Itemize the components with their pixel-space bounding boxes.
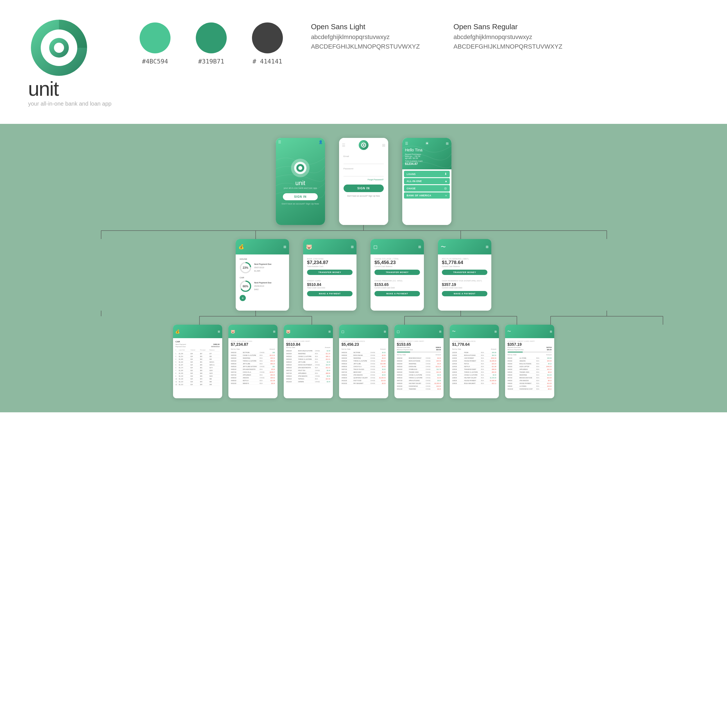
logo-svg: [28, 17, 90, 79]
recent-purchases-label: Recent Purchases: [405, 153, 448, 155]
chase-credit-sort[interactable]: Sort by: Date: [397, 354, 406, 356]
chase-notif-icon: ⊞: [418, 245, 421, 249]
txn-row: 04/04/18 THRIVE CL AUTOPM BOA -$56.34: [231, 359, 275, 362]
loan-table-row: 12$1,110$14$40$46: [176, 383, 220, 386]
chase-credit-min: $20.00: [436, 349, 441, 350]
txn-row: 04/07/18 APPLEBEES BOA -$50.00: [231, 373, 275, 376]
txn-row: 04/04/18 THRIVE CL AUTOPM BOA -$12.01: [286, 358, 331, 361]
allinone-menu-item[interactable]: ALL-IN-ONE ♠: [404, 178, 450, 184]
txn-row: 04/05/18 JIFFYLUBE CHASE -$23,488: [341, 362, 386, 365]
add-loan-btn[interactable]: +: [240, 295, 246, 301]
txn-row: 04/6/18 INNISFREE BOA $10.25: [508, 373, 552, 376]
boa-header-icon: 〜: [441, 243, 446, 250]
txn-row: 04/09/18 NETFLIX BOA -$11.98: [231, 379, 275, 382]
swatch-label-3: # 414141: [253, 58, 282, 65]
txn-row: 04/03/18 INNISFREE BOA -$11.24: [286, 352, 331, 355]
connectors-row1-row2: [17, 225, 710, 239]
txn-row: 12/4/18 HOUSE PAYMENT BOA -$1,685.00: [452, 359, 496, 362]
txn-row: 12/5/18 TRANSFER DEBIT BOA -$98.00: [452, 368, 496, 371]
password-label: Password: [344, 167, 384, 170]
row1-screens: ☰ 👤 unit your all-in-one bank and loan a…: [17, 138, 710, 225]
txn-row: 04/10/18 FAST FOOD CHASE -$14.00: [341, 379, 386, 382]
chase-transfer-btn[interactable]: TRANSFER MONEY: [375, 270, 420, 275]
forgot-password-link[interactable]: Forgot Password?: [344, 179, 384, 180]
svg-point-7: [298, 166, 302, 170]
loan-table-row: 3$1,205$24$52$25: [176, 358, 220, 361]
txn-row: 04/3/18 ACER LAPTOP BOA -$446.25: [508, 365, 552, 368]
login-signup-text: Don't have an account? Sign Up Now: [344, 195, 384, 197]
credit-sort[interactable]: Sort by: Date: [286, 347, 295, 348]
dash-notif-icon: ⊞: [446, 142, 448, 145]
chase-payment-btn[interactable]: MAKE A PAYMENT: [375, 291, 420, 296]
boa-transfer-btn[interactable]: TRANSFER MONEY: [442, 270, 487, 275]
password-input[interactable]: [344, 171, 384, 176]
login-signin-btn[interactable]: SIGN IN: [344, 185, 384, 192]
loans-notif-icon: ⊞: [283, 245, 286, 249]
email-input[interactable]: [344, 158, 384, 164]
txn-row: 04/05/18 JIFFYLUBE BOA $4.00: [286, 361, 331, 364]
bank-amount1: $7,234.87: [307, 260, 352, 265]
loan-table-row: 2$1,214$24$52$52: [176, 355, 220, 358]
email-label: Email: [344, 155, 384, 158]
txn-row: 04/06/18 CHICK FIL A CHASE -$4.00: [341, 365, 386, 368]
txn-row: 04/05/18 CHASE CL AUTOPM CHASE $0.00: [397, 373, 441, 376]
bank-transfer-btn[interactable]: TRANSFER MONEY: [307, 270, 352, 275]
type-upper-light: ABCDEFGHIJKLMNOPQRSTUVWXYZ: [311, 43, 420, 50]
boa-payment-btn[interactable]: MAKE A PAYMENT: [442, 291, 487, 296]
loans-screen: 💰 ⊞ HOUSE 23%: [236, 239, 289, 310]
boa-cash-amount-lbl: Amount: [491, 348, 496, 350]
bot-boa-credit-icon: 〜: [507, 329, 511, 334]
loans-menu-item[interactable]: LOANS ⬇: [404, 171, 450, 177]
txn-row: 04/09/18 ATM AMAZON CHASE $9.50: [286, 375, 331, 378]
unit-wordmark: unit: [28, 79, 58, 99]
splash-tagline: your all-in-one bank and loan app: [284, 187, 317, 189]
chase-section1-label: CHASE COLLEGE ( 7259): [375, 258, 420, 260]
boa-section1-label: ADV PLUS BANKING ( 8867): [442, 258, 487, 260]
txn-row: 12/9/18 BOILA WALMART BOA -$12.11: [452, 382, 496, 385]
txn-row: 04/9/18 LA FONDA BOA -$19.00: [508, 385, 552, 388]
bot-checking-icon: 🐷: [231, 329, 235, 334]
swatch-label-1: #4BC594: [142, 58, 168, 65]
dash-menu-icon: ☰: [405, 142, 408, 145]
txn-row: 04/03/18 INNISFREE BOA -$34.31: [231, 357, 275, 359]
bank-payment-btn[interactable]: MAKE A PAYMENT: [307, 291, 352, 296]
loan-table-row: 8$1,155$20$48$125: [176, 372, 220, 375]
swatch-label-2: #319B71: [198, 58, 225, 65]
type-lower-regular: abcdefghijklmnopqrstuvwxyz: [453, 34, 562, 41]
type-lower-light: abcdefghijklmnopqrstuvwxyz: [311, 34, 420, 41]
boa-menu-item[interactable]: BANK OF AMERICA ≈: [404, 193, 450, 199]
type-regular: Open Sans Regular abcdefghijklmnopqrstuv…: [453, 23, 562, 50]
boa-cash-sort[interactable]: Sort by: Date: [452, 348, 461, 350]
chase-cash-balance: $5,456.23: [341, 342, 386, 347]
txn-row: 04/10/18 DARWIN CHASE $3.44: [286, 380, 331, 383]
chase-icon: ◎: [444, 187, 447, 190]
splash-signin-btn[interactable]: SIGN IN: [283, 193, 318, 200]
boa-icon: ≈: [445, 194, 447, 197]
bank-amount2: $510.84: [307, 282, 352, 287]
loan-table-row: 9$1,143$19$46$100: [176, 375, 220, 378]
txn-row: 04/09/18 ATM AMAZON CHASE $0.00: [341, 373, 386, 376]
checking-sort[interactable]: Sort by: Date: [231, 348, 240, 350]
loan-table-row: 4$1,194$25$51$25241: [176, 361, 220, 364]
dash-sun-icon: ☀: [425, 141, 429, 146]
bot-chase-cash-icon: ◻: [341, 329, 344, 334]
txn-row: 04/02/18 WCTPO80 CHASE $49: [231, 351, 275, 354]
chase-amount2-label: Current Credit Card Debt: [375, 287, 420, 289]
chase-cash-sort[interactable]: Sort by: Date: [341, 348, 350, 350]
bot-credit-notif: ⊞: [328, 330, 331, 333]
loan-table-row: 6$1,174$24$51$174: [176, 366, 220, 369]
type-upper-regular: ABCDEFGHIJKLMNOPQRSTUVWXYZ: [453, 43, 562, 50]
txn-row: 04/05/18 JIFFYLUBE AUTOPAY CHASE $91: [231, 365, 275, 368]
boa-amount1: $1,778.64: [442, 260, 487, 265]
chase-menu-item[interactable]: CHASE ◎: [404, 185, 450, 191]
txn-row: 04/07/18 TRACK PLACES CHASE $0.00: [341, 368, 386, 371]
txn-row: 04/11/18 TAMARIND CHASE -$3.25: [397, 388, 441, 390]
type-light: Open Sans Light abcdefghijklmnopqrstuvwx…: [311, 23, 420, 50]
boa-credit-sort[interactable]: Sort by: Date: [508, 354, 517, 356]
loans-detail-screen: 💰 ⊞ CAR Next Payment $482.00 Payment Due…: [173, 325, 222, 398]
bank-section1-label: BANK CHECKING: [307, 258, 352, 260]
txn-row: 04/7/18 BROADCOM FOOD BOA -$13.25: [508, 376, 552, 379]
txn-row: 04/10/18 WENDYS BOA -$5.34: [231, 382, 275, 385]
type-name-light: Open Sans Light: [311, 23, 420, 31]
loan-table-row: 11$1,119$18$43$66: [176, 380, 220, 383]
